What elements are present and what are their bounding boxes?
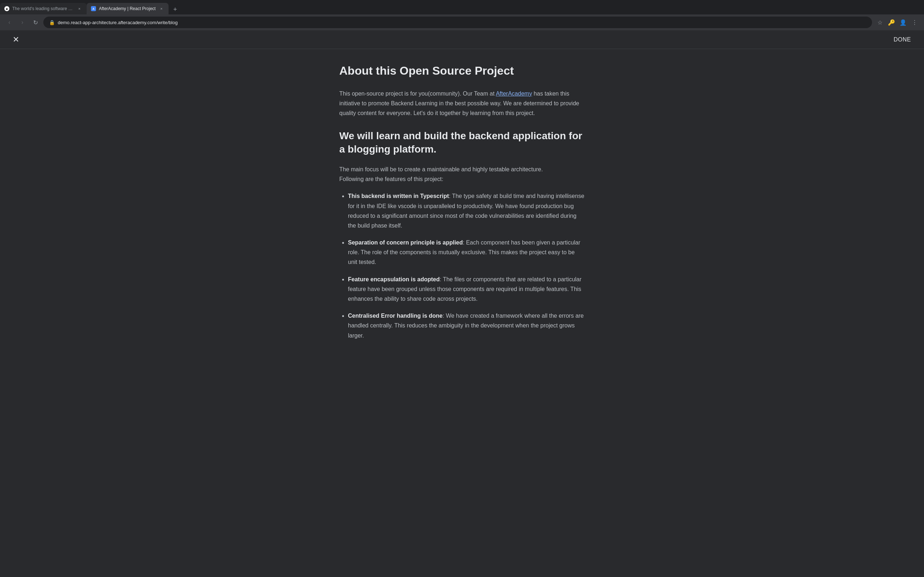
tab-github-title: The world's leading software c... [12, 6, 74, 11]
section-intro-line1: The main focus will be to create a maint… [339, 164, 585, 184]
article-container: About this Open Source Project This open… [325, 63, 599, 340]
article-title: About this Open Source Project [339, 63, 585, 79]
profile-button[interactable]: 👤 [898, 17, 908, 27]
tab-bar: ● The world's leading software c... × A … [0, 0, 924, 15]
forward-button[interactable]: › [17, 17, 27, 27]
feature-1-bold: This backend is written in Typescript [348, 193, 449, 199]
back-button[interactable]: ‹ [4, 17, 15, 27]
feature-4-bold: Centralised Error handling is done [348, 313, 443, 319]
github-favicon: ● [4, 6, 10, 11]
feature-3-bold: Feature encapsulation is adopted [348, 276, 439, 282]
menu-button[interactable]: ⋮ [909, 17, 920, 27]
tab-afteracademy-title: AfterAcademy | React Project [99, 6, 155, 11]
feature-list: This backend is written in Typescript: T… [339, 191, 585, 340]
reader-close-button[interactable]: ✕ [9, 32, 23, 47]
section-heading: We will learn and build the backend appl… [339, 129, 585, 156]
address-bar-row: ‹ › ↻ 🔒 demo.react-app-architecture.afte… [0, 15, 924, 30]
browser-chrome: ● The world's leading software c... × A … [0, 0, 924, 30]
list-item: Centralised Error handling is done: We h… [348, 311, 585, 340]
afteracademy-favicon: A [91, 6, 96, 11]
content-area[interactable]: About this Open Source Project This open… [0, 49, 924, 577]
url-text: demo.react-app-architecture.afteracademy… [58, 20, 866, 25]
list-item: This backend is written in Typescript: T… [348, 191, 585, 230]
tab-afteracademy-close[interactable]: × [158, 6, 164, 11]
tab-github-close[interactable]: × [76, 6, 82, 11]
list-item: Feature encapsulation is adopted: The fi… [348, 274, 585, 304]
address-bar[interactable]: 🔒 demo.react-app-architecture.afteracade… [43, 16, 872, 28]
new-tab-button[interactable]: + [170, 4, 180, 15]
tab-afteracademy[interactable]: A AfterAcademy | React Project × [87, 3, 168, 15]
tab-github[interactable]: ● The world's leading software c... × [0, 3, 87, 15]
reload-button[interactable]: ↻ [30, 17, 40, 27]
reader-done-button[interactable]: DONE [889, 34, 915, 46]
list-item: Separation of concern principle is appli… [348, 238, 585, 267]
browser-actions: ☆ 🔑 👤 ⋮ [875, 17, 920, 27]
password-button[interactable]: 🔑 [887, 17, 897, 27]
afteracademy-link[interactable]: AfterAcademy [496, 90, 532, 97]
feature-2-bold: Separation of concern principle is appli… [348, 239, 463, 246]
bookmark-button[interactable]: ☆ [875, 17, 885, 27]
lock-icon: 🔒 [49, 20, 55, 25]
reader-toolbar: ✕ DONE [0, 30, 924, 49]
article-intro: This open-source project is for you(comm… [339, 89, 585, 118]
intro-text-before-link: This open-source project is for you(comm… [339, 90, 496, 97]
